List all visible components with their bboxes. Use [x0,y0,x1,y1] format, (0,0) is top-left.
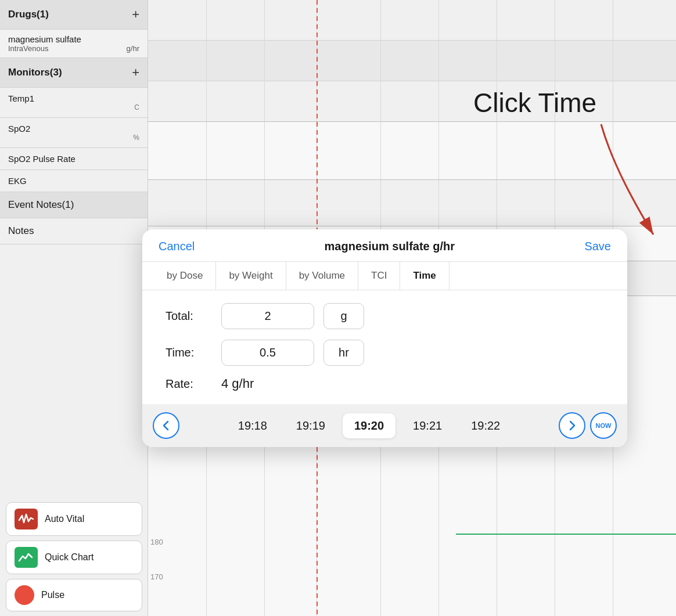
time-unit[interactable]: hr [323,340,364,366]
time-slot-3[interactable]: 19:21 [401,413,454,438]
spo2-pulse-row: SpO2 Pulse Rate [0,148,148,170]
tick-line-3 [148,226,676,226]
ekg-label: EKG [8,176,139,186]
now-button[interactable]: NOW [590,412,617,439]
spo2-label: SpO2 [8,124,139,134]
scale-170: 170 [150,572,163,581]
quick-chart-label: Quick Chart [45,552,94,563]
tab-by-dose-label: by Dose [167,270,203,281]
tick-line-2 [148,179,676,180]
time-next-button[interactable] [559,412,585,439]
scale-180: 180 [150,538,163,546]
time-prev-button[interactable] [153,412,179,439]
add-drug-button[interactable]: + [132,7,139,22]
time-row: Time: 0.5 hr [166,340,604,366]
quick-chart-icon [15,547,38,568]
total-row: Total: 2 g [166,303,604,329]
dialog-tabs: by Dose by Weight by Volume TCI Time [142,262,627,290]
pulse-button[interactable]: Pulse [6,579,142,611]
sidebar: Drugs(1) + magnesium sulfate IntraVenous… [0,0,148,616]
tab-by-weight-label: by Weight [229,270,272,281]
tab-time[interactable]: Time [400,262,449,290]
quick-chart-button[interactable]: Quick Chart [6,541,142,574]
notes-row: Notes [0,218,148,244]
drugs-title: Drugs(1) [8,9,49,20]
event-notes-row: Event Notes(1) [0,192,148,218]
spo2-unit: % [8,134,139,142]
drugs-section-header: Drugs(1) + [0,0,148,30]
pulse-label: Pulse [41,590,64,600]
tab-tci-label: TCI [371,270,387,281]
auto-vital-icon [15,509,38,529]
drug-route: IntraVenous [8,44,48,53]
time-slot-2[interactable]: 19:20 [343,413,395,438]
drug-sub: IntraVenous g/hr [8,44,139,53]
tab-by-volume[interactable]: by Volume [286,262,358,290]
tab-tci[interactable]: TCI [358,262,400,290]
total-unit[interactable]: g [323,303,364,329]
pulse-icon [15,585,34,605]
event-notes-label: Event Notes(1) [8,199,74,210]
temp1-unit: C [8,103,139,111]
grid-row-spo2 [148,180,676,226]
time-slot-0[interactable]: 19:18 [226,413,279,438]
dialog-title: magnesium sulfate g/hr [325,240,455,253]
grid-row-monitors [148,81,676,122]
grid-row-drug-entry [148,41,676,81]
time-label: Time: [166,346,212,359]
time-slot-4[interactable]: 19:22 [459,413,512,438]
rate-value: 4 g/hr [221,376,254,391]
spo2-pulse-label: SpO2 Pulse Rate [8,154,139,164]
rate-label: Rate: [166,377,212,391]
save-button[interactable]: Save [584,240,611,253]
total-input[interactable]: 2 [221,303,314,329]
total-label: Total: [166,309,212,323]
ekg-row: EKG [0,170,148,192]
temp1-label: Temp1 [8,93,139,103]
cancel-button[interactable]: Cancel [159,240,195,253]
tab-time-label: Time [413,270,436,281]
time-picker: 19:18 19:19 19:20 19:21 19:22 NOW [142,404,627,447]
auto-vital-button[interactable]: Auto Vital [6,502,142,536]
tick-line-1 [148,121,676,122]
add-monitor-button[interactable]: + [132,65,139,80]
drug-unit: g/hr [127,44,139,53]
monitors-section-header: Monitors(3) + [0,58,148,88]
drug-name: magnesium sulfate [8,34,139,44]
spo2-row: SpO2 % [0,118,148,148]
tab-by-volume-label: by Volume [299,270,345,281]
grid-row-temp [148,122,676,180]
auto-vital-label: Auto Vital [45,514,84,524]
tab-by-dose[interactable]: by Dose [154,262,216,290]
time-input[interactable]: 0.5 [221,340,314,366]
rate-row: Rate: 4 g/hr [166,376,604,391]
dialog-content: Total: 2 g Time: 0.5 hr Rate: 4 g/hr [142,290,627,404]
drug-entry-dialog: Cancel magnesium sulfate g/hr Save by Do… [142,229,627,447]
green-chart-line [456,534,676,535]
time-slots: 19:18 19:19 19:20 19:21 19:22 [184,413,554,438]
notes-label: Notes [8,225,34,236]
grid-row-drugs [148,0,676,41]
time-slot-1[interactable]: 19:19 [285,413,337,438]
tab-by-weight[interactable]: by Weight [216,262,286,290]
drug-entry[interactable]: magnesium sulfate IntraVenous g/hr [0,30,148,58]
monitors-title: Monitors(3) [8,67,62,78]
sidebar-bottom-buttons: Auto Vital Quick Chart Pulse [0,498,148,616]
dialog-header: Cancel magnesium sulfate g/hr Save [142,229,627,262]
temp1-row: Temp1 C [0,88,148,118]
